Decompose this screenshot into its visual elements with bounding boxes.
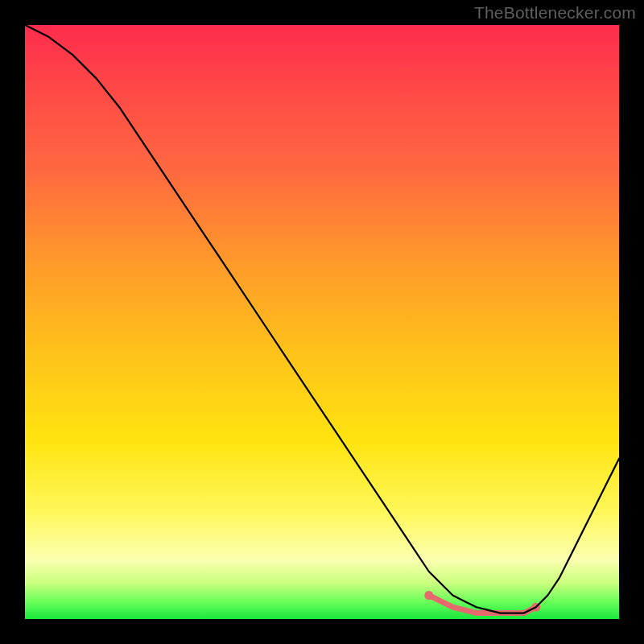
plot-area: [25, 25, 619, 619]
optimal-range-highlight: [429, 596, 536, 613]
watermark-text: TheBottlenecker.com: [474, 3, 636, 23]
chart-frame: TheBottlenecker.com: [0, 0, 644, 644]
highlight-endpoint-dot: [424, 591, 433, 600]
bottleneck-curve: [25, 25, 619, 613]
curve-svg: [25, 25, 619, 619]
